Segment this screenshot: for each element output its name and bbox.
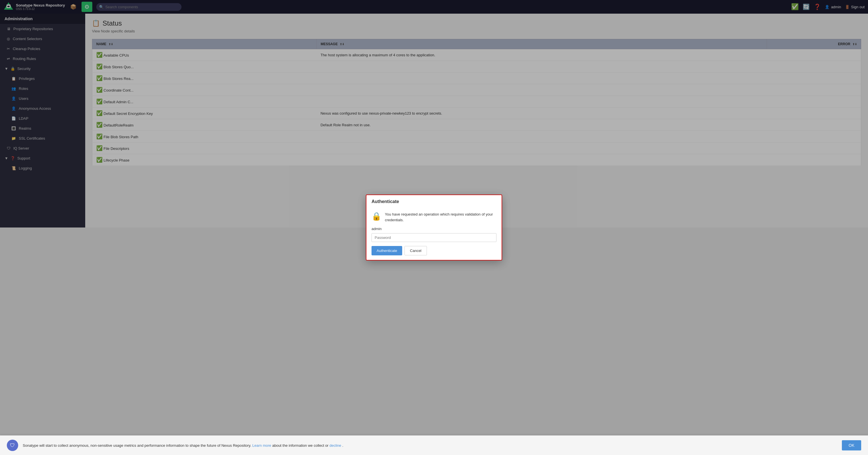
modal-message-row: 🔒 You have requested an operation which … [372,211,496,223]
modal-username: admin [372,227,496,227]
modal-title: Authenticate [366,195,502,207]
modal-overlay: Authenticate 🔒 You have requested an ope… [0,0,868,227]
lock-icon: 🔒 [372,211,381,221]
modal-body: 🔒 You have requested an operation which … [366,207,502,227]
modal-message-text: You have requested an operation which re… [385,211,496,223]
authenticate-modal: Authenticate 🔒 You have requested an ope… [366,195,502,227]
